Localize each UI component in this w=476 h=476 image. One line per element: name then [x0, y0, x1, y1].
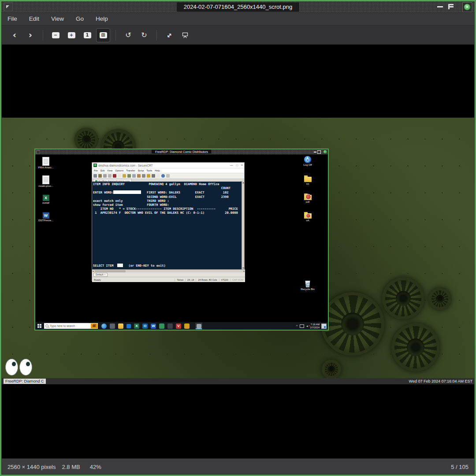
minimize-button[interactable]: [437, 6, 443, 7]
tray-chevron-icon[interactable]: ^: [296, 324, 298, 328]
excel-icon[interactable]: X: [134, 324, 139, 329]
crt-menu-view[interactable]: View: [107, 169, 112, 172]
next-image-button[interactable]: ›: [23, 28, 37, 42]
toolbar-icon[interactable]: [113, 174, 116, 178]
securecrt-minimize-button[interactable]: —: [230, 163, 233, 167]
desktop-icon[interactable]: pdf: [298, 193, 317, 204]
freerdp-window[interactable]: FreeRDP: Diamond Comic Distributors PRH-…: [34, 149, 329, 331]
best-fit-button[interactable]: [96, 28, 110, 42]
rotate-clockwise-button[interactable]: [137, 28, 151, 42]
briefcase-icon[interactable]: [91, 324, 97, 328]
toolbar-icon[interactable]: [93, 174, 97, 178]
select-item-input[interactable]: [117, 264, 123, 267]
menu-go[interactable]: Go: [76, 15, 84, 22]
help-icon[interactable]: [161, 174, 165, 178]
taskbar-search-input[interactable]: Type here to search: [44, 323, 98, 329]
freerdp-close-button[interactable]: [324, 150, 327, 153]
menu-edit[interactable]: Edit: [29, 15, 39, 22]
wallpaper-gear: [322, 360, 341, 379]
system-tray: ^ ◄ 7:16 AM 2/7/2024: [296, 323, 327, 329]
slideshow-button[interactable]: [178, 28, 192, 42]
crt-menu-transfer[interactable]: Transfer: [126, 169, 135, 172]
desktop-icon[interactable]: txt: [298, 175, 317, 186]
securecrt-maximize-button[interactable]: □: [236, 163, 238, 167]
crt-menu-options[interactable]: Options: [115, 169, 123, 172]
toolbar-icon[interactable]: [166, 174, 170, 178]
freerdp-minimize-button[interactable]: [314, 152, 316, 152]
securecrt-close-button[interactable]: ×: [241, 163, 243, 167]
speaker-muted-icon[interactable]: ◄: [306, 325, 309, 327]
session-chip[interactable]: Default ×: [93, 273, 108, 277]
terminal-screen[interactable]: ITEM INFO INQUIRY POWEWINQ 4 gallyn DIAM…: [92, 182, 242, 269]
crt-menu-script[interactable]: Script: [138, 169, 144, 172]
app-icon[interactable]: [126, 324, 131, 328]
screenshot-desktop: FreeRDP: Diamond Comic Distributors PRH-…: [1, 118, 475, 384]
crt-menu-edit[interactable]: Edit: [100, 169, 104, 172]
desktop-icon[interactable]: mcab-proc...: [36, 175, 56, 188]
crt-menu-tools[interactable]: Tools: [147, 169, 152, 172]
zoom-in-button[interactable]: [64, 28, 78, 42]
security-shield-icon[interactable]: V: [176, 324, 181, 329]
horizontal-scrollbar[interactable]: ◂ ▸: [92, 269, 245, 272]
file-explorer-icon[interactable]: [118, 324, 123, 329]
window-title: 2024-02-07-071604_2560x1440_scrot.png: [177, 2, 299, 11]
menu-view[interactable]: View: [51, 15, 64, 22]
toolbar-icon[interactable]: [152, 174, 155, 178]
desktop-icon[interactable]: Log Off: [298, 156, 317, 167]
app-icon[interactable]: [159, 324, 164, 329]
desktop-icon[interactable]: PRH-Artwo...: [36, 157, 56, 169]
normal-size-button[interactable]: 1: [80, 28, 94, 42]
freerdp-window-menu-button[interactable]: [36, 150, 40, 154]
display-tray-icon[interactable]: [300, 324, 304, 328]
vertical-scrollbar[interactable]: [242, 182, 244, 269]
rotate-cw-icon: [141, 32, 147, 39]
wallpaper-gear: [74, 128, 98, 152]
desktop-icon[interactable]: DSTPrevie...: [36, 212, 56, 222]
toolbar-icon[interactable]: [147, 174, 150, 178]
crt-menu-help[interactable]: Help: [155, 169, 160, 172]
toolbar-icon[interactable]: [98, 174, 102, 178]
outlook-icon[interactable]: O: [142, 324, 148, 329]
calculator-icon[interactable]: [167, 324, 173, 329]
close-button[interactable]: [462, 2, 472, 12]
app-icon[interactable]: [110, 324, 115, 329]
securecrt-window[interactable]: dmdhos.diamondcomics.com - SecureCRT — □…: [92, 162, 245, 281]
start-button[interactable]: [37, 324, 41, 328]
desktop-icon[interactable]: Recycle Bin: [298, 281, 317, 291]
rotate-counterclockwise-button[interactable]: [121, 28, 135, 42]
toolbar-icon[interactable]: [127, 174, 131, 178]
securecrt-titlebar[interactable]: dmdhos.diamondcomics.com - SecureCRT — □…: [92, 163, 244, 168]
toolbar-icon[interactable]: [108, 174, 112, 178]
menu-file[interactable]: File: [7, 15, 17, 22]
freerdp-titlebar[interactable]: FreeRDP: Diamond Comic Distributors: [35, 149, 328, 154]
chevron-left-icon: ‹: [13, 31, 16, 39]
menu-help[interactable]: Help: [96, 15, 108, 22]
session-close-icon[interactable]: ×: [104, 273, 105, 276]
document-icon: [42, 175, 49, 184]
previous-image-button[interactable]: ‹: [7, 28, 22, 42]
word-icon[interactable]: W: [151, 324, 156, 329]
freerdp-maximize-button[interactable]: [317, 150, 321, 154]
enter-word-input[interactable]: [113, 190, 141, 194]
taskbar-clock[interactable]: 7:16 AM 2/7/2024: [310, 323, 320, 329]
toolbar-icon[interactable]: [142, 174, 145, 178]
taskbar-window-button[interactable]: FreeRDP: Diamond C: [4, 379, 46, 384]
screenshot-taskbar: FreeRDP: Diamond C Wed 07 Feb 2024 07:16…: [1, 378, 475, 384]
crt-menu-file[interactable]: File: [94, 169, 98, 172]
desktop-icon[interactable]: custaf: [36, 195, 56, 205]
edge-icon[interactable]: [101, 324, 107, 329]
desktop-icon[interactable]: vA: [298, 212, 317, 222]
titlebar[interactable]: 2024-02-07-071604_2560x1440_scrot.png: [1, 1, 475, 12]
fullscreen-button[interactable]: [162, 28, 176, 42]
app-icon[interactable]: [184, 324, 190, 329]
zoom-out-button[interactable]: [48, 28, 63, 42]
toolbar-icon[interactable]: [103, 174, 107, 178]
tray-tile-icon[interactable]: [321, 324, 327, 329]
maximize-button[interactable]: [448, 4, 454, 9]
window-menu-button[interactable]: [4, 3, 13, 11]
toolbar-icon[interactable]: [137, 174, 141, 178]
image-canvas[interactable]: FreeRDP: Diamond Comic Distributors PRH-…: [1, 45, 475, 458]
toolbar-icon[interactable]: [132, 174, 136, 178]
securecrt-taskbar-button[interactable]: [195, 323, 202, 329]
toolbar-icon[interactable]: [123, 174, 126, 178]
